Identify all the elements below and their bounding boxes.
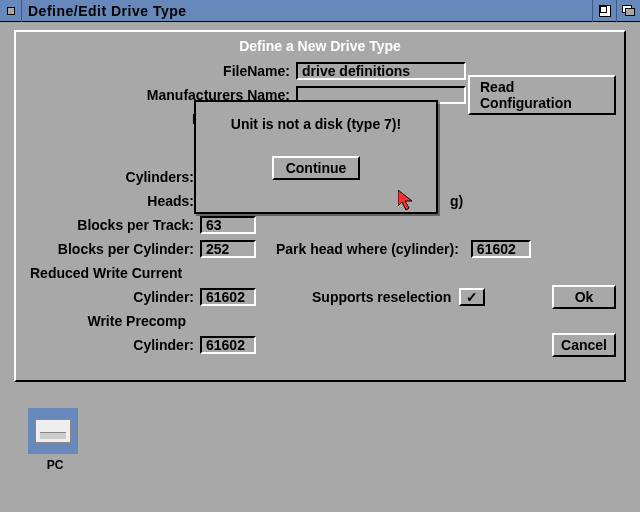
filename-value: drive definitions [302,64,410,78]
desktop-icon-label: PC [28,458,82,472]
drive-icon [28,408,78,454]
continue-button[interactable]: Continue [272,156,361,180]
window-titlebar: Define/Edit Drive Type [0,0,640,22]
blocks-per-track-input[interactable]: 63 [200,216,256,234]
wp-cylinder-label: Cylinder: [24,337,200,353]
filename-label: FileName: [24,63,296,79]
panel-title: Define a New Drive Type [24,38,616,54]
window-title: Define/Edit Drive Type [22,3,592,19]
reselection-checkbox[interactable]: ✓ [459,288,485,306]
cancel-button[interactable]: Cancel [552,333,616,357]
reselection-label: Supports reselection [312,289,451,305]
partial-label-d: D [24,111,208,127]
blocks-per-track-value: 63 [206,218,222,232]
park-head-value: 61602 [477,242,516,256]
wp-cylinder-value: 61602 [206,338,245,352]
rwc-cylinder-value: 61602 [206,290,245,304]
alert-dialog: Unit is not a disk (type 7)! Continue [194,100,438,214]
heads-unit-tail: g) [450,193,463,209]
read-configuration-label: Read Configuration [480,79,604,111]
read-configuration-button[interactable]: Read Configuration [468,75,616,115]
check-icon: ✓ [466,289,478,305]
rwc-heading: Reduced Write Current [24,265,224,281]
rwc-cylinder-label: Cylinder: [24,289,200,305]
wp-heading: Write Precomp [0,313,194,329]
alert-message: Unit is not a disk (type 7)! [231,116,401,132]
park-head-input[interactable]: 61602 [471,240,531,258]
blocks-per-cylinder-value: 252 [206,242,229,256]
depth-gadget[interactable] [616,0,640,22]
blocks-per-track-label: Blocks per Track: [24,217,200,233]
heads-label: Heads: [24,193,200,209]
blocks-per-cylinder-label: Blocks per Cylinder: [24,241,200,257]
park-head-label: Park head where (cylinder): [276,241,465,257]
rwc-cylinder-input[interactable]: 61602 [200,288,256,306]
desktop-drive-icon[interactable]: PC [28,408,82,472]
continue-label: Continue [286,160,347,176]
blocks-per-cylinder-input[interactable]: 252 [200,240,256,258]
zoom-gadget[interactable] [592,0,616,22]
filename-input[interactable]: drive definitions [296,62,466,80]
ok-label: Ok [575,289,594,305]
wp-cylinder-input[interactable]: 61602 [200,336,256,354]
ok-button[interactable]: Ok [552,285,616,309]
close-gadget[interactable] [0,0,22,22]
cylinders-label: Cylinders: [24,169,200,185]
cancel-label: Cancel [561,337,607,353]
